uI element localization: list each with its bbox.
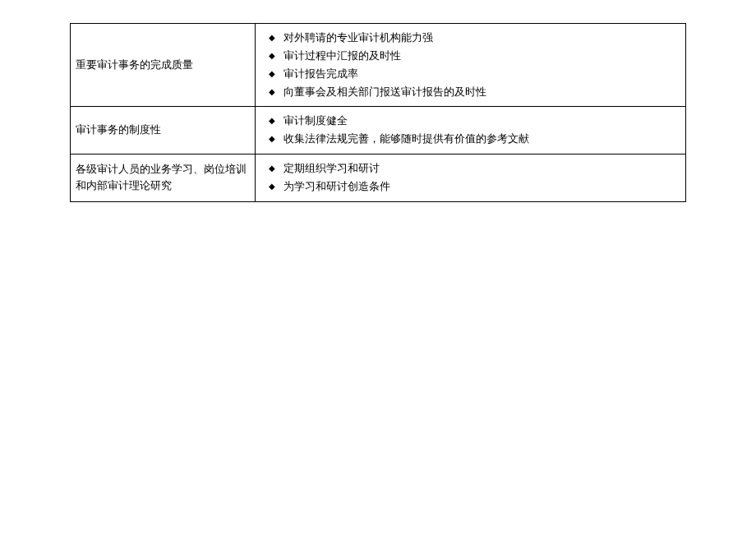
list-item: ◆ 对外聘请的专业审计机构能力强: [260, 29, 680, 47]
list-item: ◆ 审计报告完成率: [260, 65, 680, 83]
table-row: 审计事务的制度性 ◆ 审计制度健全 ◆ 收集法律法规完善，能够随时提供有价值的参…: [71, 107, 686, 154]
list-item: ◆ 为学习和研讨创造条件: [260, 178, 680, 196]
list-item: ◆ 审计制度健全: [260, 112, 680, 130]
list-item: ◆ 审计过程中汇报的及时性: [260, 47, 680, 65]
row-items-cell: ◆ 定期组织学习和研讨 ◆ 为学习和研讨创造条件: [256, 154, 686, 202]
diamond-bullet-icon: ◆: [260, 131, 284, 145]
row-label: 审计事务的制度性: [76, 123, 161, 136]
item-text: 对外聘请的专业审计机构能力强: [284, 29, 680, 47]
diamond-bullet-icon: ◆: [260, 67, 284, 81]
diamond-bullet-icon: ◆: [260, 113, 284, 127]
diamond-bullet-icon: ◆: [260, 85, 284, 99]
list-item: ◆ 收集法律法规完善，能够随时提供有价值的参考文献: [260, 130, 680, 148]
row-items-cell: ◆ 对外聘请的专业审计机构能力强 ◆ 审计过程中汇报的及时性 ◆ 审计报告完成率…: [256, 24, 686, 107]
row-items-cell: ◆ 审计制度健全 ◆ 收集法律法规完善，能够随时提供有价值的参考文献: [256, 107, 686, 154]
item-text: 收集法律法规完善，能够随时提供有价值的参考文献: [284, 130, 680, 148]
row-label-cell: 审计事务的制度性: [71, 107, 256, 154]
row-label: 重要审计事务的完成质量: [76, 58, 193, 71]
table-row: 各级审计人员的业务学习、岗位培训和内部审计理论研究 ◆ 定期组织学习和研讨 ◆ …: [71, 154, 686, 202]
list-item: ◆ 定期组织学习和研讨: [260, 159, 680, 178]
diamond-bullet-icon: ◆: [260, 30, 284, 44]
diamond-bullet-icon: ◆: [260, 161, 284, 175]
item-text: 定期组织学习和研讨: [284, 159, 680, 178]
diamond-bullet-icon: ◆: [260, 48, 284, 62]
item-text: 审计制度健全: [284, 112, 680, 130]
table-row: 重要审计事务的完成质量 ◆ 对外聘请的专业审计机构能力强 ◆ 审计过程中汇报的及…: [71, 24, 686, 107]
diamond-bullet-icon: ◆: [260, 179, 284, 193]
audit-criteria-table: 重要审计事务的完成质量 ◆ 对外聘请的专业审计机构能力强 ◆ 审计过程中汇报的及…: [70, 23, 686, 202]
item-text: 为学习和研讨创造条件: [284, 178, 680, 196]
row-label-cell: 各级审计人员的业务学习、岗位培训和内部审计理论研究: [71, 154, 256, 202]
list-item: ◆ 向董事会及相关部门报送审计报告的及时性: [260, 83, 680, 101]
row-label-cell: 重要审计事务的完成质量: [71, 24, 256, 107]
row-label: 各级审计人员的业务学习、岗位培训和内部审计理论研究: [76, 163, 247, 192]
item-text: 审计报告完成率: [284, 65, 680, 83]
item-text: 向董事会及相关部门报送审计报告的及时性: [284, 83, 680, 101]
item-text: 审计过程中汇报的及时性: [284, 47, 680, 65]
